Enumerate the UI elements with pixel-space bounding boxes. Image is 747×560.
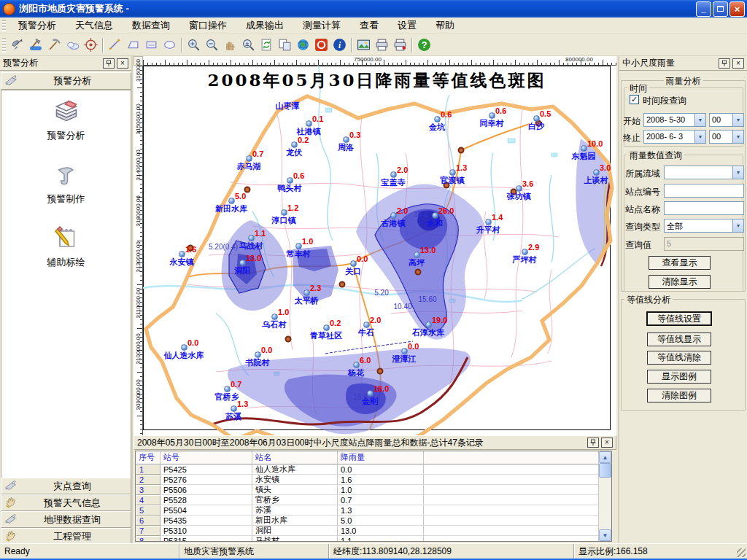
menu-item-1[interactable]: 预警分析	[9, 17, 66, 34]
column-header-3[interactable]: 站名	[252, 451, 338, 464]
copy-map-icon[interactable]	[276, 36, 294, 54]
sidebar-item-1[interactable]: 灾点查询	[1, 478, 131, 494]
table-scrollbar[interactable]: ▲ ▼	[599, 451, 611, 541]
close-button[interactable]: ×	[729, 1, 745, 17]
station-name-input[interactable]	[664, 201, 744, 215]
vruler-label: 3100000.00	[135, 335, 142, 365]
column-header-1[interactable]: 序号	[136, 451, 160, 464]
menu-item-3[interactable]: 数据查询	[123, 17, 179, 34]
polygon-tool-icon[interactable]	[124, 36, 142, 54]
station-name: 苏溪	[204, 411, 263, 422]
contour-clear-button[interactable]: 等值线清除	[647, 351, 711, 365]
resize-grip[interactable]	[737, 548, 746, 557]
legend-show-button[interactable]: 显示图例	[647, 370, 711, 384]
station-rainfall-value: 0.3	[349, 131, 360, 139]
table-row[interactable]: 7P5310洞阳13.0	[136, 526, 599, 536]
flood-tool-icon[interactable]	[27, 36, 45, 54]
table-cell-filler	[424, 516, 599, 526]
ellipse-tool-icon[interactable]	[160, 36, 179, 54]
end-hour-select[interactable]: 00▼	[709, 130, 744, 144]
scrollbar-thumb[interactable]	[599, 463, 611, 478]
map-canvas[interactable]: 2008年05月30日降雨量等值线色斑图 山枣潭0.1社港镇0.2龙伏0.3周洛…	[143, 66, 616, 435]
zoom-extent-icon[interactable]	[239, 36, 258, 54]
station-rainfall-value: 1.2	[287, 203, 298, 212]
table-row[interactable]: 6P5435新田水库5.0	[136, 516, 599, 526]
contour-settings-button[interactable]: 等值线设置	[646, 311, 712, 326]
menu-item-2[interactable]: 天气信息	[66, 17, 123, 34]
query-type-select[interactable]: 全部▼	[664, 219, 744, 233]
chevron-down-icon[interactable]: ▼	[732, 114, 743, 126]
sidebar-item-4[interactable]: 工程管理	[1, 528, 131, 545]
station-rainfall-value: 19.0	[432, 316, 447, 324]
table-row[interactable]: 1P5425仙人造水库0.0	[136, 464, 599, 475]
toolbar-grip[interactable]	[2, 38, 6, 52]
menu-grip[interactable]	[2, 20, 6, 31]
table-row[interactable]: 3P5506镇头1.0	[136, 485, 599, 495]
chevron-down-icon[interactable]: ▼	[732, 219, 743, 232]
rect-tool-icon[interactable]	[142, 36, 160, 54]
tool-item-3[interactable]: 辅助标绘	[1, 225, 131, 269]
menu-item-9[interactable]: 帮助	[426, 17, 464, 34]
column-header-4[interactable]: 降雨量	[338, 451, 424, 464]
right-panel-pin-button[interactable]	[719, 58, 730, 69]
time-range-checkbox[interactable]: ✓	[630, 95, 639, 104]
legend-clear-button[interactable]: 清除图例	[647, 389, 711, 402]
menu-item-8[interactable]: 设置	[388, 17, 426, 34]
chevron-down-icon[interactable]: ▼	[732, 131, 743, 143]
table-row[interactable]: 8P5315马战村1.1	[136, 536, 599, 541]
scroll-down-icon[interactable]: ▼	[599, 529, 611, 541]
sidebar-item-2[interactable]: 预警天气信息	[1, 494, 131, 511]
restore-button[interactable]	[713, 1, 728, 17]
menu-item-6[interactable]: 测量计算	[293, 17, 350, 34]
station-name: 太平桥	[277, 295, 336, 306]
sidebar-item-3[interactable]: 地理数据查询	[1, 511, 131, 528]
image-export-icon[interactable]	[355, 36, 373, 54]
chevron-down-icon[interactable]: ▼	[694, 114, 705, 126]
bottom-panel-close-button[interactable]: ×	[601, 438, 613, 448]
print-icon[interactable]	[373, 36, 391, 54]
globe-icon[interactable]	[294, 36, 312, 54]
table-row[interactable]: 2P5276永安镇1.6	[136, 475, 599, 485]
contour-show-button[interactable]: 等值线显示	[647, 332, 711, 346]
toolbar-separator	[351, 38, 352, 52]
column-header-2[interactable]: 站号	[160, 451, 252, 464]
info-icon[interactable]: i	[330, 36, 349, 54]
left-panel-close-button[interactable]: ×	[117, 58, 128, 69]
bottom-panel-pin-button[interactable]	[587, 438, 599, 448]
stop-icon[interactable]	[312, 36, 330, 54]
bottom-panel-title: 2008年05月30日00时至2008年06月03日00时中小尺度站点降雨量总和…	[137, 437, 585, 449]
cloud-icon[interactable]	[63, 36, 82, 54]
right-panel-close-button[interactable]: ×	[732, 58, 744, 69]
chevron-down-icon[interactable]: ▼	[694, 131, 705, 143]
show-query-button[interactable]: 查看显示	[649, 256, 711, 270]
menu-item-5[interactable]: 成果输出	[236, 17, 293, 34]
refresh-icon[interactable]	[258, 36, 276, 54]
menu-item-7[interactable]: 查看	[350, 17, 388, 34]
print-setup-icon[interactable]	[391, 36, 409, 54]
left-panel-pin-button[interactable]	[103, 58, 115, 69]
start-hour-select[interactable]: 00▼	[709, 113, 744, 127]
start-date-select[interactable]: 2008- 5-30▼	[643, 113, 706, 127]
station-id-input[interactable]	[664, 184, 744, 198]
help-icon[interactable]: ?	[415, 36, 433, 54]
zoom-out-icon[interactable]	[203, 36, 221, 54]
basin-select[interactable]: ▼	[664, 166, 744, 179]
tool-item-2[interactable]: 预警制作	[1, 161, 131, 206]
table-row[interactable]: 5P5504苏溪1.3	[136, 505, 599, 516]
minimize-button[interactable]: _	[696, 1, 711, 17]
scroll-up-icon[interactable]: ▲	[599, 451, 611, 463]
tool-item-1[interactable]: 预警分析	[1, 98, 131, 142]
pick-icon[interactable]	[45, 36, 63, 54]
station-name: 永和	[406, 218, 464, 229]
clear-query-button[interactable]: 清除显示	[649, 275, 711, 289]
chevron-down-icon[interactable]: ▼	[732, 166, 743, 179]
zoom-in-icon[interactable]	[185, 36, 203, 54]
locate-icon[interactable]	[82, 36, 100, 54]
menu-item-4[interactable]: 窗口操作	[179, 17, 236, 34]
table-cell-filler	[424, 464, 599, 475]
line-tool-icon[interactable]	[106, 36, 124, 54]
radar-icon[interactable]	[9, 36, 27, 54]
table-row[interactable]: 4P5528官桥乡0.7	[136, 495, 599, 505]
end-date-select[interactable]: 2008- 6- 3▼	[643, 130, 706, 144]
pan-icon[interactable]	[221, 36, 239, 54]
